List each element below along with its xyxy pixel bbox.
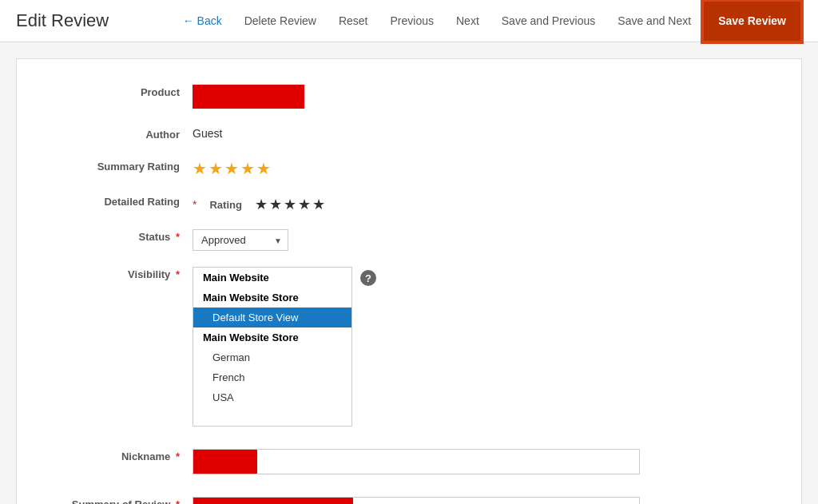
save-and-previous-button[interactable]: Save and Previous bbox=[490, 0, 607, 42]
summary-review-field[interactable] bbox=[193, 497, 640, 504]
visibility-value: Main Website Main Website Store Default … bbox=[193, 264, 785, 427]
listbox-item-usa[interactable]: USA bbox=[193, 387, 351, 407]
edit-review-form: Product Author Guest Summary Rating ★★★★… bbox=[16, 58, 802, 504]
status-label: Status * bbox=[33, 226, 193, 243]
summary-review-value bbox=[193, 494, 785, 504]
required-marker: * bbox=[193, 198, 197, 211]
nickname-field[interactable] bbox=[193, 449, 640, 474]
listbox-item-french[interactable]: French bbox=[193, 367, 351, 387]
detailed-rating-label: Detailed Rating bbox=[33, 191, 193, 208]
author-row: Author Guest bbox=[17, 117, 801, 149]
summary-review-fill-indicator bbox=[193, 498, 353, 504]
listbox-item-german[interactable]: German bbox=[193, 347, 351, 367]
nickname-fill-indicator bbox=[193, 450, 257, 474]
listbox-item-main-website[interactable]: Main Website bbox=[193, 268, 351, 288]
toolbar: Edit Review ← Back Delete Review Reset P… bbox=[0, 0, 818, 42]
nickname-row: Nickname * bbox=[17, 439, 801, 481]
rating-stars: ★★★★★ bbox=[255, 196, 327, 213]
toolbar-actions: ← Back Delete Review Reset Previous Next… bbox=[172, 0, 802, 42]
previous-button[interactable]: Previous bbox=[379, 0, 445, 42]
reset-button[interactable]: Reset bbox=[328, 0, 379, 42]
summary-rating-stars: ★★★★★ bbox=[193, 156, 785, 178]
detailed-rating-value: * Rating ★★★★★ bbox=[193, 191, 785, 213]
product-field[interactable] bbox=[193, 85, 304, 109]
nickname-value bbox=[193, 446, 785, 474]
status-required: * bbox=[176, 231, 180, 243]
page-title: Edit Review bbox=[16, 10, 109, 31]
help-icon[interactable]: ? bbox=[360, 270, 376, 286]
summary-review-required: * bbox=[176, 498, 180, 504]
product-value bbox=[193, 81, 785, 111]
status-select-wrapper: Approved Pending Not Approved bbox=[193, 229, 288, 251]
visibility-container: Main Website Main Website Store Default … bbox=[193, 267, 785, 427]
visibility-label: Visibility * bbox=[33, 264, 193, 280]
summary-rating-row: Summary Rating ★★★★★ bbox=[17, 149, 801, 185]
summary-review-label: Summary of Review * bbox=[33, 494, 193, 504]
summary-rating-label: Summary Rating bbox=[33, 156, 193, 173]
product-label: Product bbox=[33, 81, 193, 98]
nickname-label: Nickname * bbox=[33, 446, 193, 462]
status-select[interactable]: Approved Pending Not Approved bbox=[193, 229, 288, 251]
listbox-item-main-website-store-2[interactable]: Main Website Store bbox=[193, 327, 351, 347]
summary-stars: ★★★★★ bbox=[193, 160, 272, 177]
save-and-next-button[interactable]: Save and Next bbox=[606, 0, 702, 42]
summary-review-row: Summary of Review * bbox=[17, 487, 801, 504]
nickname-required: * bbox=[176, 450, 180, 462]
next-button[interactable]: Next bbox=[445, 0, 490, 42]
visibility-row: Visibility * Main Website Main Website S… bbox=[17, 257, 801, 433]
visibility-listbox[interactable]: Main Website Main Website Store Default … bbox=[193, 267, 352, 427]
rating-inner-label: Rating bbox=[209, 199, 241, 211]
author-label: Author bbox=[33, 124, 193, 141]
back-button[interactable]: ← Back bbox=[172, 0, 233, 42]
listbox-item-default-store-view[interactable]: Default Store View bbox=[193, 308, 351, 327]
save-review-button[interactable]: Save Review bbox=[702, 0, 802, 42]
product-row: Product bbox=[17, 75, 801, 117]
status-value: Approved Pending Not Approved bbox=[193, 226, 785, 251]
delete-review-button[interactable]: Delete Review bbox=[233, 0, 328, 42]
detailed-rating-inner: * Rating ★★★★★ bbox=[193, 194, 785, 213]
author-value: Guest bbox=[193, 124, 785, 140]
visibility-required: * bbox=[176, 268, 180, 280]
listbox-item-main-website-store-1[interactable]: Main Website Store bbox=[193, 288, 351, 308]
status-row: Status * Approved Pending Not Approved bbox=[17, 220, 801, 257]
detailed-rating-row: Detailed Rating * Rating ★★★★★ bbox=[17, 185, 801, 220]
